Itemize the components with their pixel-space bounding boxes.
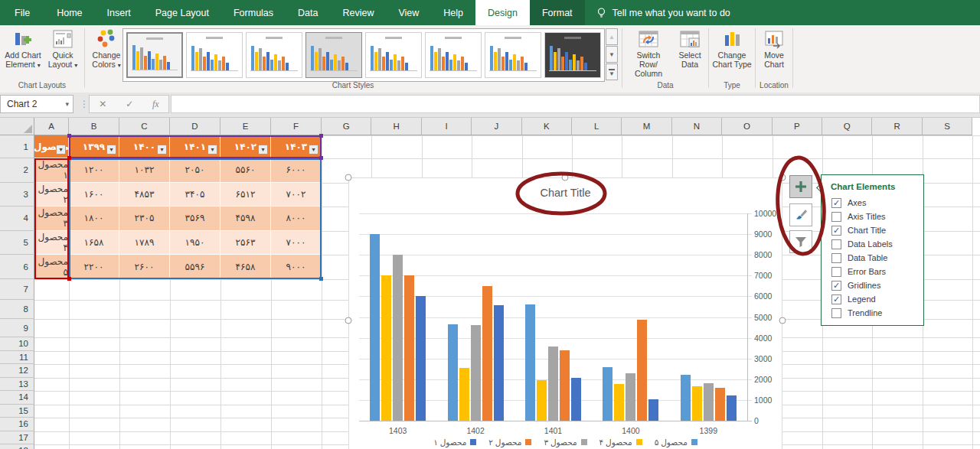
cell-F3[interactable]: ۷۰۰۲ [271, 183, 322, 207]
cell-E4[interactable]: ۴۵۹۸ [220, 207, 271, 231]
row-header-16[interactable]: 16 [0, 418, 34, 431]
column-header-S[interactable]: S [923, 118, 972, 135]
row-header-9[interactable]: 9 [0, 319, 34, 337]
column-header-E[interactable]: E [220, 118, 271, 135]
chart-resize-handle[interactable] [779, 317, 786, 324]
cell-E1[interactable]: ۱۴۰۲▾ [220, 135, 271, 158]
bar-series3-1403[interactable] [393, 255, 403, 421]
filter-button-D1[interactable]: ▾ [207, 145, 217, 155]
row-header-6[interactable]: 6 [0, 255, 34, 279]
cell-D4[interactable]: ۳۵۶۹ [170, 207, 220, 231]
ribbon-tab-file[interactable]: File [0, 0, 44, 25]
bar-series4-1401[interactable] [537, 380, 547, 421]
bar-series1-1400[interactable] [648, 399, 658, 421]
cell-F1[interactable]: ۱۴۰۳▾ [271, 135, 322, 158]
row-header-4[interactable]: 4 [0, 207, 34, 231]
filter-button-C1[interactable]: ▾ [157, 145, 167, 155]
row-header-5[interactable]: 5 [0, 231, 34, 255]
gallery-scroll-up-button[interactable]: ▲ [606, 28, 618, 45]
column-header-D[interactable]: D [170, 118, 220, 135]
gallery-scroll-down-button[interactable]: ▼ [606, 46, 618, 63]
chevron-down-icon[interactable]: ▾ [65, 100, 69, 108]
bar-series4-1402[interactable] [459, 368, 469, 421]
row-header-15[interactable]: 15 [0, 405, 34, 418]
add-chart-element-button[interactable]: Add Chart Element ▾ [3, 28, 43, 70]
bar-series5-1400[interactable] [603, 367, 612, 421]
bar-series4-1403[interactable] [381, 275, 391, 421]
bar-series3-1401[interactable] [548, 347, 558, 421]
column-header-A[interactable]: A [34, 118, 69, 135]
checkbox-axes[interactable]: ✓ [831, 198, 841, 208]
cancel-icon[interactable]: ✕ [99, 99, 106, 109]
cell-F2[interactable]: ۶۰۰۰ [271, 158, 322, 183]
change-chart-type-button[interactable]: ChangeChart Type [712, 28, 752, 69]
chart-area[interactable]: Chart Title 1000090008000700060005000400… [348, 177, 782, 449]
name-box[interactable]: Chart 2 ▾ [0, 95, 74, 113]
cell-C3[interactable]: ۴۸۵۳ [119, 183, 170, 207]
chart-style-5[interactable] [365, 32, 422, 78]
bar-series1-1399[interactable] [727, 395, 737, 421]
formula-input[interactable] [171, 95, 980, 113]
checkbox-gridlines[interactable]: ✓ [831, 281, 841, 291]
filter-button-E1[interactable]: ▾ [258, 145, 268, 155]
checkbox-axis-titles[interactable] [831, 212, 841, 222]
cell-A3[interactable]: محصول ۲ [34, 183, 69, 207]
column-header-C[interactable]: C [119, 118, 170, 135]
row-header-2[interactable]: 2 [0, 158, 34, 183]
change-colors-button[interactable]: Change Colors ▾ [87, 28, 126, 70]
column-header-F[interactable]: F [271, 118, 322, 135]
column-header-G[interactable]: G [322, 118, 371, 135]
checkbox-error-bars[interactable] [831, 267, 841, 277]
column-header-N[interactable]: N [672, 118, 722, 135]
column-header-O[interactable]: O [722, 118, 772, 135]
cell-C2[interactable]: ۱۰۳۲ [119, 158, 170, 183]
cell-B5[interactable]: ۱۶۵۸ [69, 231, 119, 255]
bar-series3-1400[interactable] [626, 373, 635, 421]
bar-series4-1400[interactable] [614, 384, 624, 421]
chart-style-4[interactable] [305, 32, 362, 78]
bar-series2-1402[interactable] [482, 286, 492, 421]
cell-A4[interactable]: محصول ۳ [34, 207, 69, 231]
chart-style-6[interactable] [425, 32, 482, 78]
tell-me-box[interactable]: Tell me what you want to do [596, 0, 730, 25]
select-data-button[interactable]: SelectData [673, 28, 707, 69]
chart-styles-button[interactable] [789, 203, 812, 226]
bar-series2-1401[interactable] [560, 350, 570, 421]
bar-series1-1403[interactable] [416, 296, 426, 421]
checkbox-legend[interactable]: ✓ [831, 294, 841, 304]
bar-series3-1402[interactable] [471, 325, 481, 421]
ribbon-tab-format[interactable]: Format [530, 0, 585, 25]
cell-E6[interactable]: ۴۶۵۸ [220, 255, 271, 279]
cell-B6[interactable]: ۲۲۰۰ [69, 255, 119, 279]
column-header-P[interactable]: P [773, 118, 822, 135]
ribbon-tab-view[interactable]: View [386, 0, 431, 25]
chart-resize-handle[interactable] [779, 174, 786, 181]
row-header-14[interactable]: 14 [0, 391, 34, 405]
column-header-K[interactable]: K [522, 118, 572, 135]
cell-D1[interactable]: ۱۴۰۱▾ [170, 135, 220, 158]
bar-series1-1401[interactable] [571, 378, 581, 421]
switch-row-column-button[interactable]: Switch Row/Column [627, 28, 670, 78]
cell-B2[interactable]: ۱۲۰۰ [69, 158, 119, 183]
ribbon-tab-help[interactable]: Help [431, 0, 475, 25]
cell-D6[interactable]: ۵۵۹۶ [170, 255, 220, 279]
bar-series3-1399[interactable] [704, 383, 714, 421]
chart-filters-button[interactable] [789, 230, 812, 253]
cell-D3[interactable]: ۳۴۰۵ [170, 183, 220, 207]
chart-resize-handle[interactable] [345, 317, 352, 324]
cell-B1[interactable]: ۱۳۹۹▾ [69, 135, 119, 158]
checkbox-chart-title[interactable]: ✓ [831, 226, 841, 236]
checkbox-data-labels[interactable] [831, 239, 841, 249]
column-header-L[interactable]: L [572, 118, 622, 135]
bar-series5-1403[interactable] [370, 234, 380, 421]
filter-button-B1[interactable]: ▾ [106, 145, 116, 155]
insert-function-icon[interactable]: fx [152, 99, 159, 110]
cell-F6[interactable]: ۹۰۰۰ [271, 255, 322, 279]
column-header-H[interactable]: H [371, 118, 421, 135]
move-chart-button[interactable]: MoveChart [756, 28, 792, 69]
column-header-I[interactable]: I [422, 118, 472, 135]
cell-C6[interactable]: ۲۶۰۰ [119, 255, 170, 279]
row-header-11[interactable]: 11 [0, 351, 34, 365]
bar-series1-1402[interactable] [494, 305, 504, 421]
cell-A5[interactable]: محصول ۴ [34, 231, 69, 255]
